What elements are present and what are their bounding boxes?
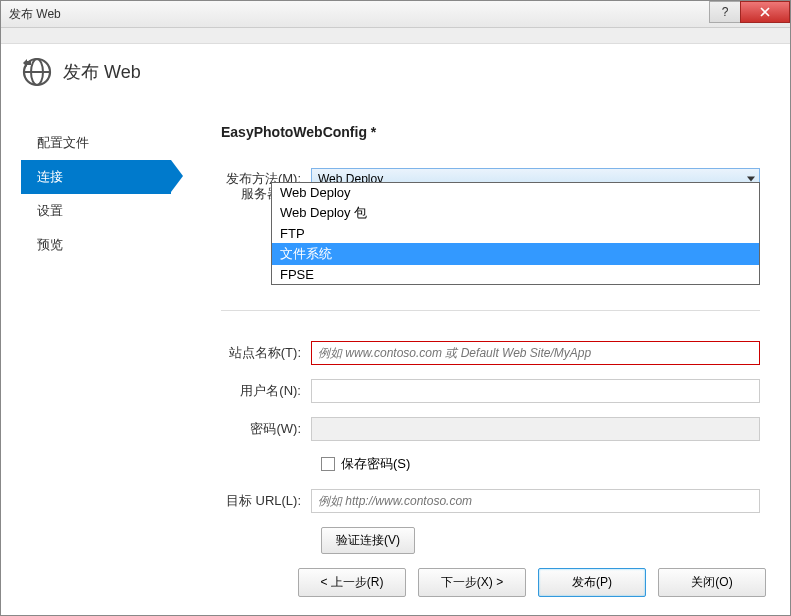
help-button[interactable]: ? bbox=[709, 1, 741, 23]
body-area: 配置文件 连接 设置 预览 EasyPhotoWebConfig * 发布方法(… bbox=[1, 96, 790, 554]
dropdown-item-file-system[interactable]: 文件系统 bbox=[272, 243, 759, 265]
publish-method-dropdown: Web Deploy Web Deploy 包 FTP 文件系统 FPSE bbox=[271, 182, 760, 285]
dropdown-item-web-deploy[interactable]: Web Deploy bbox=[272, 183, 759, 202]
password-input[interactable] bbox=[311, 417, 760, 441]
sidebar-item-preview[interactable]: 预览 bbox=[21, 228, 171, 262]
globe-upload-icon bbox=[21, 56, 53, 88]
username-input[interactable] bbox=[311, 379, 760, 403]
dropdown-item-fpse[interactable]: FPSE bbox=[272, 265, 759, 284]
save-password-checkbox[interactable] bbox=[321, 457, 335, 471]
config-title: EasyPhotoWebConfig * bbox=[221, 124, 760, 140]
verify-wrap: 验证连接(V) bbox=[321, 527, 760, 554]
window-title: 发布 Web bbox=[9, 6, 61, 23]
dropdown-item-ftp[interactable]: FTP bbox=[272, 224, 759, 243]
tab-strip bbox=[1, 28, 790, 44]
dialog-window: 发布 Web ? 发布 Web 配置文件 连接 bbox=[0, 0, 791, 616]
prev-button[interactable]: < 上一步(R) bbox=[298, 568, 406, 597]
close-icon bbox=[760, 7, 770, 17]
next-button[interactable]: 下一步(X) > bbox=[418, 568, 526, 597]
sidebar-item-settings[interactable]: 设置 bbox=[21, 194, 171, 228]
row-site-name: 站点名称(T): bbox=[221, 341, 760, 365]
label-site-name: 站点名称(T): bbox=[221, 344, 311, 362]
destination-url-input[interactable] bbox=[311, 489, 760, 513]
close-button[interactable] bbox=[740, 1, 790, 23]
page-title: 发布 Web bbox=[63, 60, 141, 84]
row-save-password[interactable]: 保存密码(S) bbox=[321, 455, 760, 473]
verify-connection-button[interactable]: 验证连接(V) bbox=[321, 527, 415, 554]
site-name-input[interactable] bbox=[311, 341, 760, 365]
sidebar: 配置文件 连接 设置 预览 bbox=[21, 106, 171, 554]
sidebar-item-connection[interactable]: 连接 bbox=[21, 160, 171, 194]
close-dialog-button[interactable]: 关闭(O) bbox=[658, 568, 766, 597]
dialog-body: 发布 Web 配置文件 连接 设置 预览 EasyPhotoWebConfig … bbox=[1, 44, 790, 615]
dropdown-item-web-deploy-package[interactable]: Web Deploy 包 bbox=[272, 202, 759, 224]
label-username: 用户名(N): bbox=[221, 382, 311, 400]
sidebar-item-profile[interactable]: 配置文件 bbox=[21, 126, 171, 160]
label-destination-url: 目标 URL(L): bbox=[221, 492, 311, 510]
content-pane: EasyPhotoWebConfig * 发布方法(M): Web Deploy… bbox=[171, 106, 770, 554]
label-save-password: 保存密码(S) bbox=[341, 455, 410, 473]
titlebar: 发布 Web ? bbox=[1, 1, 790, 28]
divider bbox=[221, 310, 760, 311]
dialog-header: 发布 Web bbox=[1, 44, 790, 96]
row-username: 用户名(N): bbox=[221, 379, 760, 403]
publish-button[interactable]: 发布(P) bbox=[538, 568, 646, 597]
row-password: 密码(W): bbox=[221, 417, 760, 441]
footer: < 上一步(R) 下一步(X) > 发布(P) 关闭(O) bbox=[1, 554, 790, 615]
chevron-down-icon bbox=[747, 177, 755, 182]
titlebar-buttons: ? bbox=[710, 1, 790, 23]
label-password: 密码(W): bbox=[221, 420, 311, 438]
row-destination-url: 目标 URL(L): bbox=[221, 489, 760, 513]
